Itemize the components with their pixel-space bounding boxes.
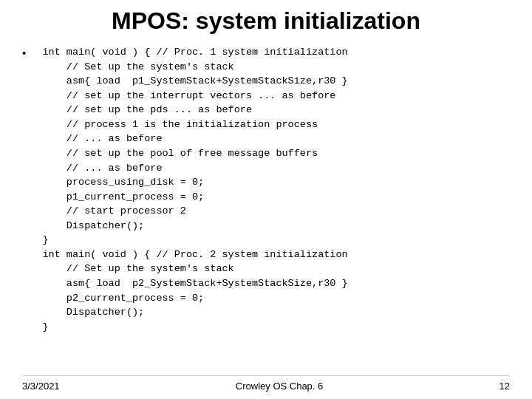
bullet-section: • int main( void ) { // Proc. 1 system i… <box>22 45 510 375</box>
footer-center: Crowley OS Chap. 6 <box>236 381 324 392</box>
page-title: MPOS: system initialization <box>22 7 510 35</box>
page: MPOS: system initialization • int main( … <box>0 0 532 399</box>
footer: 3/3/2021 Crowley OS Chap. 6 12 <box>22 375 510 392</box>
footer-date: 3/3/2021 <box>22 381 60 392</box>
footer-page-number: 12 <box>499 381 510 392</box>
content-area: • int main( void ) { // Proc. 1 system i… <box>22 45 510 375</box>
bullet-point: • <box>22 47 26 59</box>
code-block: int main( void ) { // Proc. 1 system ini… <box>30 45 510 334</box>
